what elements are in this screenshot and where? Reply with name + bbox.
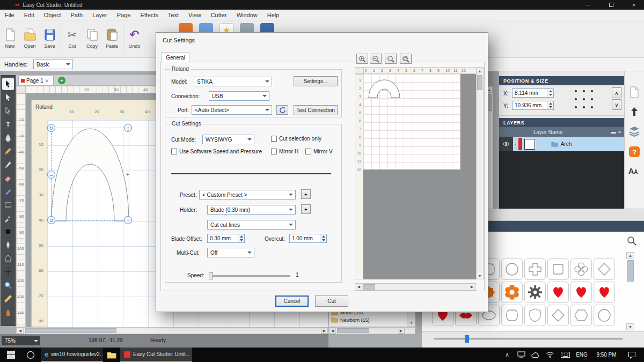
scroll-left-icon[interactable]: ◀ — [329, 328, 336, 334]
menu-edit[interactable]: Edit — [19, 10, 39, 20]
layer-color-bar[interactable] — [518, 138, 522, 150]
add-preset-button[interactable]: + — [301, 189, 311, 199]
touch-keyboard-icon[interactable] — [558, 348, 572, 362]
close-page-icon[interactable]: ✕ — [45, 78, 49, 84]
canvas-h-scrollbar[interactable]: ◀ ▶ — [16, 327, 328, 334]
help-icon[interactable]: ? — [629, 146, 640, 157]
ruler-tool[interactable] — [2, 292, 14, 305]
scroll-down-icon[interactable]: ▼ — [477, 272, 483, 279]
cut-lines-select[interactable]: Cut cut lines — [207, 220, 296, 230]
scroll-thumb[interactable] — [627, 260, 634, 282]
search-icon[interactable] — [627, 236, 636, 247]
cancel-button[interactable]: Cancel — [275, 295, 309, 307]
menu-page[interactable]: Page — [112, 10, 136, 20]
menu-cutter[interactable]: Cutter — [206, 10, 232, 20]
spinner-arrows-icon[interactable] — [238, 234, 244, 242]
start-button[interactable] — [0, 348, 21, 362]
eraser-tool[interactable] — [2, 172, 14, 184]
layer-row[interactable]: · Arch — [499, 137, 624, 151]
scroll-thumb[interactable] — [477, 75, 482, 90]
scroll-left-icon[interactable]: ◀ — [355, 284, 362, 290]
shape-heart[interactable] — [570, 282, 592, 303]
toolbar-open-button[interactable]: Open — [20, 21, 40, 55]
toolbar-save-button[interactable]: Save — [40, 21, 60, 55]
select-tool[interactable] — [2, 78, 14, 90]
tab-general[interactable]: General — [162, 52, 189, 62]
toolbar-copy-button[interactable]: Copy — [82, 21, 102, 55]
shape-shield[interactable] — [524, 305, 546, 326]
scroll-up-icon[interactable]: ▲ — [626, 252, 634, 259]
menu-layer[interactable]: Layer — [87, 10, 112, 20]
language-indicator[interactable]: ENG — [573, 348, 590, 362]
menu-effects[interactable]: Effects — [135, 10, 163, 20]
library-zoom-handle[interactable] — [465, 335, 469, 343]
handles-select[interactable]: Basic — [33, 60, 73, 69]
add-holder-button[interactable]: + — [301, 204, 311, 214]
cortana-search-button[interactable] — [21, 348, 40, 362]
scroll-thumb[interactable] — [25, 328, 116, 333]
cut-button[interactable]: Cut — [315, 295, 348, 307]
layer-menu-icon[interactable]: ▬ — [611, 129, 616, 135]
overcut-input[interactable]: 1.00 mm — [289, 234, 327, 243]
x-position-input[interactable]: 8.114 mm — [512, 88, 554, 98]
knife-tool[interactable] — [2, 158, 14, 171]
menu-path[interactable]: Path — [66, 10, 88, 20]
shape-tool[interactable] — [2, 198, 14, 211]
toolbar-undo-button[interactable]: ↶Undo — [125, 21, 144, 55]
shape-quatrefoil[interactable] — [570, 258, 592, 280]
panel-up-button[interactable]: ∧ — [612, 87, 621, 98]
scroll-thumb[interactable] — [363, 284, 375, 290]
scroll-down-icon[interactable]: ▼ — [407, 319, 415, 326]
fonts-icon[interactable]: AA — [628, 167, 638, 175]
folder-h-scrollbar[interactable]: ◀ ▶ — [328, 327, 415, 334]
preview-viewport[interactable] — [363, 74, 476, 279]
zoom-fit-button[interactable] — [385, 54, 397, 64]
shape-heart[interactable] — [594, 282, 615, 303]
mirror-h-checkbox[interactable]: Mirror H — [271, 149, 298, 154]
add-page-button[interactable]: + — [58, 77, 65, 84]
resize-handle-bottom[interactable]: ↕ — [124, 216, 132, 224]
position-size-header[interactable]: POSITION & SIZE — [499, 76, 624, 85]
maximize-button[interactable] — [602, 0, 620, 10]
display-icon[interactable] — [514, 348, 528, 362]
shape-circle[interactable] — [594, 305, 615, 326]
spinner-arrows-icon[interactable] — [320, 234, 326, 242]
toolbar-cut-button[interactable]: ✂Cut — [62, 21, 82, 55]
notification-center-icon[interactable] — [625, 348, 639, 362]
rotate-handle-bottom-left[interactable]: ↺ — [47, 216, 55, 224]
cut-selection-only-checkbox[interactable]: Cut selection only — [271, 136, 321, 142]
scroll-thumb[interactable] — [337, 328, 369, 333]
port-select[interactable]: <Auto Detect> — [192, 105, 272, 115]
zoom-out-button[interactable] — [370, 54, 382, 64]
shape-gear[interactable] — [524, 282, 546, 303]
zoom-in-button[interactable] — [356, 54, 368, 64]
resize-handle-left[interactable]: ↔ — [47, 171, 55, 179]
eyedropper-tool[interactable] — [2, 212, 14, 224]
holder-select[interactable]: Blade (0.30 mm) — [207, 205, 296, 215]
blade-offset-input[interactable]: 0.30 mm — [207, 234, 245, 243]
menu-text[interactable]: Text — [163, 10, 184, 20]
anchor-point-grid[interactable] — [572, 87, 596, 111]
wifi-icon[interactable] — [543, 348, 557, 362]
layer-thumbnail[interactable] — [524, 139, 535, 150]
scroll-up-icon[interactable]: ▲ — [477, 68, 483, 74]
panel-down-button[interactable]: ∨ — [612, 99, 621, 110]
preview-v-scrollbar[interactable]: ▲ ▼ — [476, 67, 484, 279]
layers-stack-icon[interactable] — [629, 126, 640, 138]
connection-select[interactable]: USB — [209, 91, 269, 101]
direct-select-tool[interactable] — [2, 91, 14, 104]
zoom-selection-button[interactable] — [400, 54, 412, 64]
spray-tool[interactable] — [2, 306, 14, 318]
shape-rounded-square[interactable] — [547, 258, 569, 280]
preview-h-scrollbar[interactable]: ◀ ▶ — [355, 283, 476, 291]
shape-diamond[interactable] — [547, 305, 569, 326]
polygon-tool[interactable] — [2, 252, 14, 264]
scroll-down-icon[interactable]: ▼ — [626, 323, 634, 330]
preset-select[interactable]: < Custom Preset > — [199, 190, 296, 200]
cut-mode-select[interactable]: WYSIWYG — [202, 135, 254, 144]
taskbar-task-2[interactable]: Easy Cut Studio: Untit... — [120, 348, 192, 362]
model-select[interactable]: STIKA — [194, 77, 272, 86]
toolbar-paste-button[interactable]: Paste — [102, 21, 122, 55]
layer-options-icon[interactable]: ≡ — [618, 129, 621, 135]
y-position-input[interactable]: 10.936 mm — [512, 101, 554, 110]
